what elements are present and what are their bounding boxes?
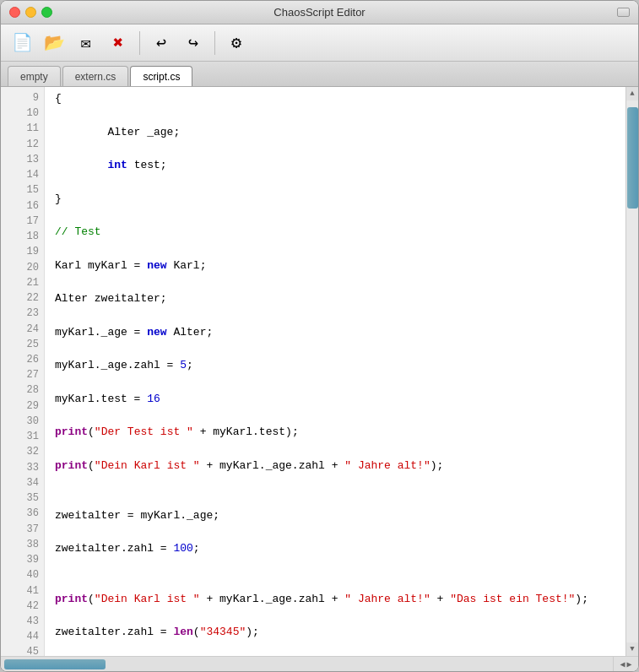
traffic-lights (9, 7, 52, 18)
ln-9: 9 (4, 90, 39, 106)
code-line-19: print("Der Test ist " + myKarl.test); (55, 424, 625, 441)
ln-16: 16 (4, 198, 39, 214)
ln-22: 22 (4, 290, 39, 306)
minimize-button[interactable] (25, 7, 36, 18)
ln-14: 14 (4, 167, 39, 182)
open-button[interactable]: 📂 (40, 29, 68, 57)
ln-31: 31 (4, 429, 39, 444)
toolbar-separator-1 (139, 31, 140, 55)
window-right-controls (617, 8, 630, 17)
ln-34: 34 (4, 475, 39, 490)
code-line-10: Alter _age; (55, 124, 625, 141)
scroll-left-button[interactable]: ◀ (620, 659, 625, 669)
redo-button[interactable]: ↪ (179, 29, 208, 57)
ln-20: 20 (4, 260, 39, 275)
code-line-23: zweitalter.zahl = 100; (55, 540, 625, 557)
code-line-9: { (55, 90, 625, 107)
tab-empty-label: empty (20, 71, 48, 83)
code-line-20: print("Dein Karl ist " + myKarl._age.zah… (55, 458, 625, 474)
redo-icon: ↪ (188, 32, 198, 53)
ln-28: 28 (4, 382, 39, 398)
code-line-25: print("Dein Karl ist " + myKarl._age.zah… (55, 591, 625, 608)
code-line-12: } (55, 191, 625, 208)
tab-script-label: script.cs (143, 71, 180, 83)
save-button[interactable]: ✉️ (72, 29, 100, 57)
ln-21: 21 (4, 275, 39, 290)
ln-26: 26 (4, 352, 39, 367)
ln-12: 12 (4, 137, 39, 152)
scroll-track-v[interactable] (626, 100, 638, 642)
code-line-14: Karl myKarl = new Karl; (55, 257, 625, 274)
code-line-26: zweitalter.zahl = len("34345"); (55, 624, 625, 641)
code-editor[interactable]: { Alter _age; int test; } // Test Karl m… (45, 87, 625, 656)
ln-39: 39 (4, 552, 39, 567)
scroll-up-button[interactable]: ▲ (626, 87, 639, 100)
code-line-16: myKarl._age = new Alter; (55, 324, 625, 341)
ln-10: 10 (4, 106, 39, 121)
code-line-18: myKarl.test = 16 (55, 391, 625, 408)
ln-18: 18 (4, 229, 39, 244)
scroll-right-button[interactable]: ▶ (627, 659, 632, 669)
code-line-17: myKarl._age.zahl = 5; (55, 357, 625, 374)
toolbar-separator-2 (214, 31, 215, 55)
line-numbers: 9 10 11 12 13 14 15 16 17 18 19 20 21 22… (1, 87, 45, 656)
ln-37: 37 (4, 522, 39, 537)
close-button[interactable] (9, 7, 20, 18)
ln-27: 27 (4, 367, 39, 382)
vertical-scrollbar: ▲ ▼ (625, 87, 638, 656)
tabs-bar: empty extern.cs script.cs (1, 62, 638, 87)
ln-17: 17 (4, 214, 39, 229)
maximize-button[interactable] (41, 7, 52, 18)
ln-35: 35 (4, 490, 39, 506)
scroll-corner: ◀ ▶ (613, 657, 638, 672)
undo-icon: ↩ (156, 32, 166, 53)
zoom-button[interactable] (617, 8, 630, 17)
settings-icon: ⚙️ (231, 32, 241, 53)
open-icon: 📂 (44, 32, 65, 53)
ln-41: 41 (4, 583, 39, 599)
toolbar: 📄 📂 ✉️ ✖ ↩ ↪ ⚙️ (1, 24, 638, 62)
ln-25: 25 (4, 337, 39, 352)
ln-44: 44 (4, 629, 39, 644)
new-icon: 📄 (12, 32, 33, 53)
ln-36: 36 (4, 506, 39, 521)
tab-extern[interactable]: extern.cs (62, 66, 129, 86)
tab-empty[interactable]: empty (8, 66, 61, 86)
title-bar: ChaosScript Editor (1, 1, 638, 24)
editor-container: 9 10 11 12 13 14 15 16 17 18 19 20 21 22… (1, 87, 638, 656)
ln-13: 13 (4, 152, 39, 167)
ln-23: 23 (4, 306, 39, 321)
ln-43: 43 (4, 614, 39, 629)
horizontal-scrollbar[interactable] (1, 657, 613, 671)
ln-32: 32 (4, 444, 39, 459)
code-line-11: int test; (55, 157, 625, 174)
ln-24: 24 (4, 322, 39, 337)
settings-button[interactable]: ⚙️ (222, 29, 251, 57)
tab-script[interactable]: script.cs (130, 66, 192, 86)
tab-extern-label: extern.cs (75, 71, 116, 83)
ln-15: 15 (4, 182, 39, 198)
close-doc-button[interactable]: ✖ (104, 29, 133, 57)
bottom-bar: ◀ ▶ (1, 656, 638, 671)
ln-11: 11 (4, 121, 39, 136)
window-title: ChaosScript Editor (273, 6, 365, 19)
ln-40: 40 (4, 567, 39, 583)
scroll-down-button[interactable]: ▼ (626, 642, 639, 656)
new-button[interactable]: 📄 (8, 29, 36, 57)
ln-33: 33 (4, 460, 39, 475)
ln-45: 45 (4, 644, 39, 656)
scroll-thumb-h[interactable] (4, 659, 106, 669)
ln-29: 29 (4, 398, 39, 414)
main-window: ChaosScript Editor 📄 📂 ✉️ ✖ ↩ ↪ ⚙️ (0, 0, 639, 672)
save-icon: ✉️ (81, 32, 91, 53)
ln-42: 42 (4, 599, 39, 614)
ln-38: 38 (4, 537, 39, 552)
scroll-thumb-v[interactable] (627, 107, 638, 209)
undo-button[interactable]: ↩ (147, 29, 176, 57)
code-line-22: zweitalter = myKarl._age; (55, 507, 625, 524)
code-line-15: Alter zweitalter; (55, 290, 625, 307)
code-line-13: // Test (55, 224, 625, 241)
close-doc-icon: ✖ (113, 32, 123, 53)
ln-30: 30 (4, 414, 39, 429)
ln-19: 19 (4, 244, 39, 259)
